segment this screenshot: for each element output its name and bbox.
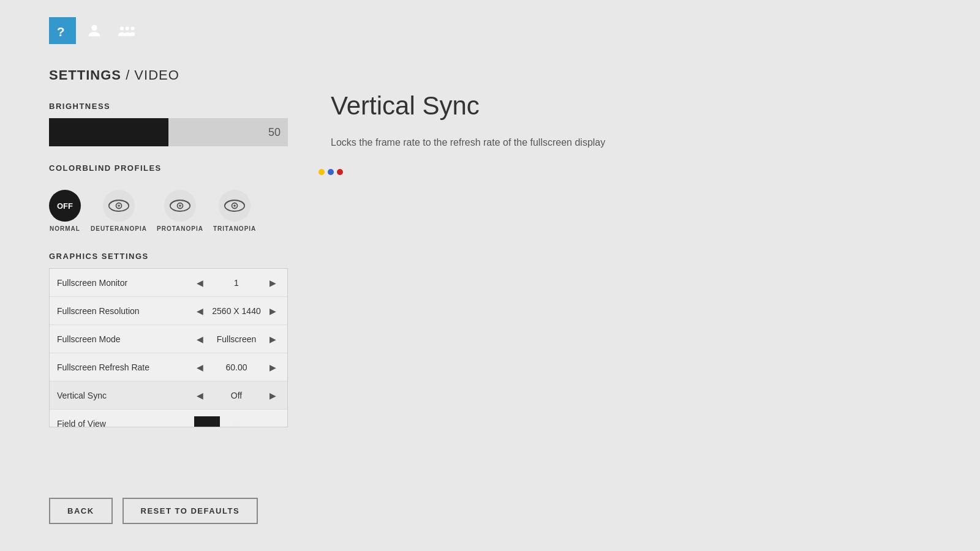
title-suffix: / VIDEO <box>126 67 179 83</box>
vertical-sync-next[interactable]: ▶ <box>266 389 280 402</box>
colorblind-deuteranopia-label: DEUTERANOPIA <box>91 225 147 232</box>
svg-point-13 <box>233 204 236 207</box>
field-of-view-name: Field of View <box>57 419 194 428</box>
colorblind-option-protanopia[interactable]: PROTANOPIA <box>157 190 203 232</box>
brightness-value: 50 <box>268 126 288 139</box>
vertical-sync-name: Vertical Sync <box>57 391 193 400</box>
fullscreen-resolution-prev[interactable]: ◀ <box>193 305 207 317</box>
dot-yellow <box>318 169 325 175</box>
page-title: SETTINGS / VIDEO <box>49 67 343 83</box>
detail-title: Vertical Sync <box>331 92 637 120</box>
fullscreen-mode-name: Fullscreen Mode <box>57 334 193 344</box>
fullscreen-refresh-rate-prev[interactable]: ◀ <box>193 361 207 373</box>
fullscreen-monitor-name: Fullscreen Monitor <box>57 278 193 288</box>
svg-point-4 <box>130 26 134 30</box>
colorblind-option-tritanopia[interactable]: TRITANOPIA <box>213 190 256 232</box>
fullscreen-monitor-prev[interactable]: ◀ <box>193 277 207 289</box>
fullscreen-resolution-value: 2560 X 1440 <box>212 306 261 316</box>
group-icon-button[interactable] <box>113 17 140 44</box>
detail-description: Locks the frame rate to the refresh rate… <box>331 135 637 151</box>
setting-fullscreen-refresh-rate[interactable]: Fullscreen Refresh Rate ◀ 60.00 ▶ <box>50 353 287 381</box>
colorblind-header: COLORBLIND PROFILES <box>49 163 343 180</box>
svg-point-10 <box>179 204 181 207</box>
field-of-view-bar <box>194 416 220 428</box>
help-icon-button[interactable]: ? <box>49 17 76 44</box>
setting-fullscreen-monitor[interactable]: Fullscreen Monitor ◀ 1 ▶ <box>50 269 287 297</box>
setting-field-of-view[interactable]: Field of View 55 <box>50 410 287 427</box>
vertical-sync-value: Off <box>212 391 261 400</box>
fullscreen-refresh-rate-value: 60.00 <box>212 362 261 372</box>
profile-icon-button[interactable] <box>81 17 108 44</box>
field-of-view-bar-container[interactable]: 55 <box>194 416 280 428</box>
fullscreen-refresh-rate-next[interactable]: ▶ <box>266 361 280 373</box>
fullscreen-resolution-control: ◀ 2560 X 1440 ▶ <box>193 305 280 317</box>
dot-red <box>337 169 343 175</box>
graphics-settings-list: Fullscreen Monitor ◀ 1 ▶ Fullscreen Reso… <box>49 268 288 427</box>
svg-point-3 <box>126 26 129 30</box>
title-prefix: SETTINGS <box>49 67 121 83</box>
colorblind-icon-tritanopia <box>219 190 251 222</box>
brightness-fill <box>49 118 168 146</box>
bottom-buttons: BACK RESET TO DEFAULTS <box>49 498 258 524</box>
colorblind-options: OFF NORMAL DEUTERANOPIA <box>49 190 343 232</box>
colorblind-protanopia-label: PROTANOPIA <box>157 225 203 232</box>
setting-fullscreen-resolution[interactable]: Fullscreen Resolution ◀ 2560 X 1440 ▶ <box>50 297 287 325</box>
detail-panel: Vertical Sync Locks the frame rate to th… <box>331 92 637 151</box>
colorblind-icon-protanopia <box>164 190 196 222</box>
fullscreen-monitor-value: 1 <box>212 278 261 288</box>
colorblind-option-deuteranopia[interactable]: DEUTERANOPIA <box>91 190 147 232</box>
colorblind-icon-deuteranopia <box>103 190 135 222</box>
brightness-slider[interactable]: 50 <box>49 118 288 146</box>
fullscreen-resolution-name: Fullscreen Resolution <box>57 306 193 316</box>
fullscreen-resolution-next[interactable]: ▶ <box>266 305 280 317</box>
fullscreen-mode-next[interactable]: ▶ <box>266 333 280 345</box>
svg-text:?: ? <box>57 24 65 39</box>
fullscreen-mode-control: ◀ Fullscreen ▶ <box>193 333 280 345</box>
brightness-label: BRIGHTNESS <box>49 102 343 111</box>
dot-blue <box>328 169 334 175</box>
fullscreen-monitor-control: ◀ 1 ▶ <box>193 277 280 289</box>
fullscreen-mode-prev[interactable]: ◀ <box>193 333 207 345</box>
fullscreen-monitor-next[interactable]: ▶ <box>266 277 280 289</box>
colorblind-normal-label: NORMAL <box>50 225 80 232</box>
colorblind-option-normal[interactable]: OFF NORMAL <box>49 190 81 232</box>
reset-to-defaults-button[interactable]: RESET TO DEFAULTS <box>123 498 258 524</box>
graphics-settings-label: GRAPHICS SETTINGS <box>49 252 343 261</box>
fullscreen-mode-value: Fullscreen <box>212 334 261 344</box>
setting-fullscreen-mode[interactable]: Fullscreen Mode ◀ Fullscreen ▶ <box>50 325 287 353</box>
back-button[interactable]: BACK <box>49 498 113 524</box>
setting-vertical-sync[interactable]: Vertical Sync ◀ Off ▶ <box>50 381 287 410</box>
colorblind-icon-off: OFF <box>49 190 81 222</box>
field-of-view-control: 55 <box>194 416 280 428</box>
main-content: SETTINGS / VIDEO BRIGHTNESS 50 COLORBLIN… <box>49 67 343 427</box>
fullscreen-refresh-rate-name: Fullscreen Refresh Rate <box>57 362 193 372</box>
colorblind-dots <box>318 169 343 175</box>
svg-point-1 <box>91 25 97 31</box>
vertical-sync-control: ◀ Off ▶ <box>193 389 280 402</box>
colorblind-tritanopia-label: TRITANOPIA <box>213 225 256 232</box>
field-of-view-value: 55 <box>233 419 241 427</box>
svg-point-2 <box>120 26 124 30</box>
fullscreen-refresh-rate-control: ◀ 60.00 ▶ <box>193 361 280 373</box>
top-navigation: ? <box>49 17 140 44</box>
colorblind-label: COLORBLIND PROFILES <box>49 163 162 173</box>
svg-point-7 <box>118 204 120 207</box>
vertical-sync-prev[interactable]: ◀ <box>193 389 207 402</box>
